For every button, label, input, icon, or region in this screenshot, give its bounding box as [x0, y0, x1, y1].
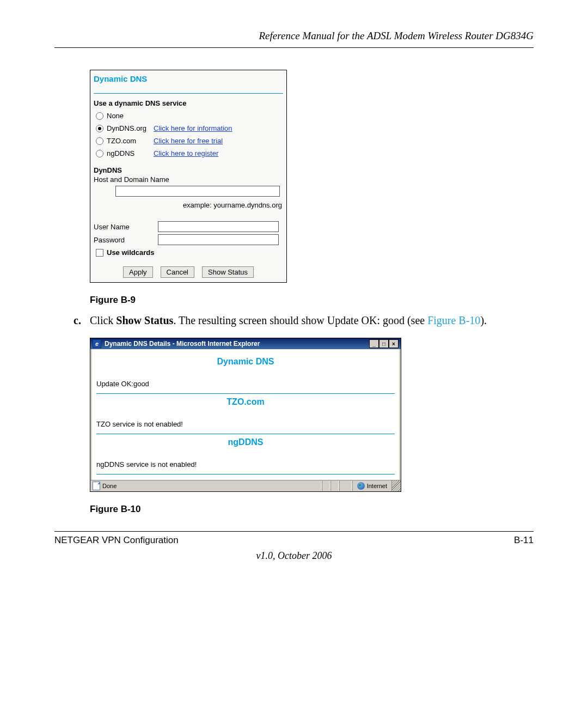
radio-row-tzo[interactable]: TZO.com Click here for free trial [90, 136, 286, 148]
dyndns-subhead: DynDNS [90, 161, 286, 175]
password-label: Password [94, 236, 154, 244]
ie-window: Dynamic DNS Details - Microsoft Internet… [90, 338, 401, 492]
ngddns-status-text: ngDDNS service is not enabled! [96, 460, 395, 472]
step-text-before: Click [90, 314, 116, 326]
cancel-button[interactable]: Cancel [161, 266, 194, 278]
radio-row-dyndns[interactable]: DynDNS.org Click here for information [90, 123, 286, 136]
footer-rule [54, 531, 534, 532]
dyndns-heading: Dynamic DNS [96, 351, 395, 380]
figure-reference-link[interactable]: Figure B-10 [427, 314, 480, 326]
window-titlebar: Dynamic DNS Details - Microsoft Internet… [90, 338, 401, 349]
ie-body: Dynamic DNS Update OK:good TZO.com TZO s… [90, 349, 401, 480]
radio-ngddns[interactable] [96, 150, 103, 157]
tzo-status-text: TZO service is not enabled! [96, 420, 395, 431]
ngddns-heading: ngDDNS [96, 434, 395, 460]
wildcards-row[interactable]: Use wildcards [90, 246, 286, 263]
divider-3 [96, 474, 395, 474]
radio-tzo-label: TZO.com [107, 137, 150, 145]
radio-row-ngddns[interactable]: ngDDNS Click here to register [90, 148, 286, 161]
tzo-heading: TZO.com [96, 394, 395, 420]
radio-none-label: None [107, 112, 150, 120]
radio-none[interactable] [96, 112, 103, 120]
step-bold: Show Status [116, 314, 173, 326]
wildcards-checkbox[interactable] [96, 249, 103, 257]
resize-grip[interactable] [391, 480, 401, 491]
dyndns-info-link[interactable]: Click here for information [154, 124, 232, 132]
wildcards-label: Use wildcards [107, 248, 154, 257]
ie-icon [93, 339, 101, 348]
footer-row: NETGEAR VPN Configuration B-11 [54, 535, 534, 546]
step-text-after: ). [480, 314, 487, 326]
statusbar-sep3 [339, 480, 352, 491]
figure-b9-caption: Figure B-9 [90, 295, 534, 306]
footer-page: B-11 [514, 535, 534, 546]
page-icon [93, 482, 100, 490]
statusbar-sep2 [330, 480, 339, 491]
step-text-mid: . The resulting screen should show Updat… [173, 314, 427, 326]
footer-section: NETGEAR VPN Configuration [54, 535, 179, 546]
show-status-button[interactable]: Show Status [202, 266, 254, 278]
radio-dyndns[interactable] [96, 125, 103, 132]
username-label: User Name [94, 223, 154, 231]
header-rule [54, 47, 534, 48]
radio-row-none[interactable]: None [90, 111, 286, 123]
radio-tzo[interactable] [96, 137, 103, 145]
ie-statusbar: Done Internet [90, 480, 401, 491]
status-done-text: Done [102, 483, 117, 489]
statusbar-sep1 [322, 480, 330, 491]
close-button[interactable]: × [389, 339, 399, 348]
radio-dyndns-label: DynDNS.org [107, 124, 150, 132]
panel1-title: Dynamic DNS [94, 70, 283, 94]
update-status-text: Update OK:good [96, 380, 395, 391]
host-domain-hint: example: yourname.dyndns.org [90, 199, 286, 212]
dynamic-dns-panel: Dynamic DNS Use a dynamic DNS service No… [90, 70, 287, 283]
internet-zone-icon [357, 482, 365, 490]
apply-button[interactable]: Apply [123, 266, 153, 278]
step-c: c. Click Show Status. The resulting scre… [74, 313, 534, 328]
minimize-button[interactable]: _ [369, 339, 379, 348]
maximize-button[interactable]: □ [379, 339, 389, 348]
window-title: Dynamic DNS Details - Microsoft Internet… [105, 340, 260, 348]
document-header: Reference Manual for the ADSL Modem Wire… [54, 30, 534, 42]
footer-version: v1.0, October 2006 [54, 550, 534, 562]
host-domain-input[interactable] [115, 186, 280, 197]
internet-zone-text: Internet [367, 483, 387, 489]
host-domain-label: Host and Domain Name [90, 175, 286, 185]
password-input[interactable] [158, 234, 279, 245]
step-marker: c. [74, 313, 84, 328]
figure-b10-caption: Figure B-10 [90, 504, 534, 515]
step-text: Click Show Status. The resulting screen … [90, 313, 487, 328]
username-input[interactable] [158, 221, 279, 232]
ngddns-register-link[interactable]: Click here to register [154, 149, 218, 157]
use-service-label: Use a dynamic DNS service [90, 99, 286, 111]
tzo-trial-link[interactable]: Click here for free trial [154, 137, 223, 145]
radio-ngddns-label: ngDDNS [107, 149, 150, 157]
